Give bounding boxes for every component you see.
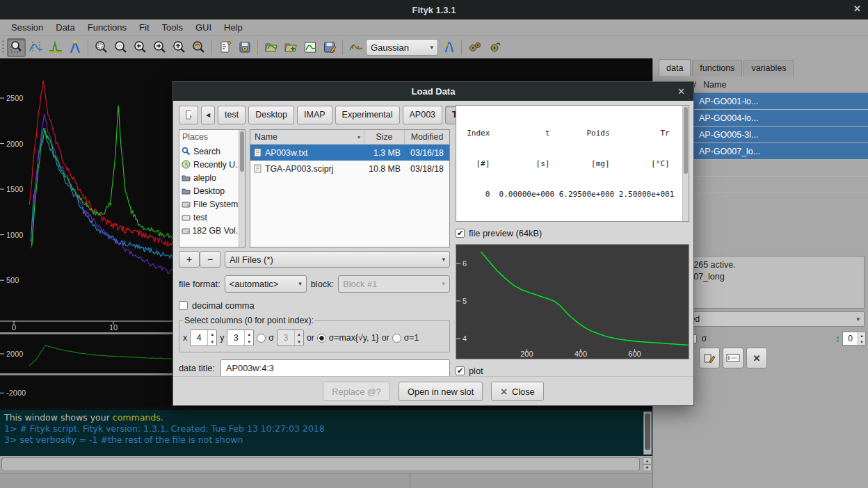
open-in-new-slot-button[interactable]: Open in new slot: [399, 382, 483, 401]
window-close-icon[interactable]: ✕: [853, 3, 861, 14]
file-row[interactable]: TGA-AP003.sciprj 10.8 MB 03/18/18: [250, 161, 449, 177]
continue-fit-icon[interactable]: [485, 38, 504, 57]
svg-text:-2000: -2000: [6, 389, 26, 397]
menu-data[interactable]: Data: [50, 20, 80, 35]
save-script-icon[interactable]: [320, 38, 339, 57]
spin-up-icon[interactable]: ▲: [858, 332, 865, 339]
file-format-combo[interactable]: <automatic>▾: [225, 275, 307, 293]
y-column-spinner[interactable]: 3▲▼: [227, 330, 254, 346]
edit-data-button[interactable]: [699, 348, 720, 368]
load-data-icon[interactable]: [262, 38, 280, 57]
folder-icon: [182, 187, 191, 195]
delete-dataset-button[interactable]: ✕: [746, 348, 767, 368]
menu-fit[interactable]: Fit: [134, 20, 154, 35]
place-recently-used[interactable]: Recently U...: [179, 158, 245, 171]
zoom-vertical-icon[interactable]: [111, 38, 130, 57]
decimal-comma-checkbox[interactable]: ✔: [179, 301, 188, 310]
toolbar: Gaussian ▾: [0, 36, 868, 58]
data-range-mode-button[interactable]: [26, 38, 45, 57]
menu-help[interactable]: Help: [218, 20, 248, 35]
add-peak-mode-button[interactable]: [46, 38, 65, 57]
path-segment-experimental[interactable]: Experimental: [335, 106, 400, 124]
add-point-mode-button[interactable]: [65, 38, 84, 57]
place-volume-182gb[interactable]: 182 GB Vol...: [179, 224, 245, 237]
data-title-label: data title:: [179, 363, 215, 373]
file-row-selected[interactable]: AP003w.txt 1.3 MB 03/16/18: [250, 145, 449, 161]
column-file-size[interactable]: Size: [364, 130, 405, 144]
x-column-label: x: [183, 333, 187, 343]
command-input[interactable]: [1, 457, 640, 471]
places-scrollbar[interactable]: [239, 130, 245, 247]
run-fit-icon[interactable]: [465, 38, 484, 57]
x-column-spinner[interactable]: 4▲▼: [190, 330, 217, 346]
file-filter-combo[interactable]: All Files (*) ▾: [225, 251, 450, 268]
close-button[interactable]: ✕Close: [491, 382, 543, 401]
save-session-icon[interactable]: [235, 38, 254, 57]
console-line: 3> set verbosity = -1 #the rest of the f…: [4, 434, 648, 446]
plot-checkbox[interactable]: ✔: [456, 366, 465, 375]
data-title-input[interactable]: AP003w:4:3: [220, 359, 450, 377]
append-data-icon[interactable]: [281, 38, 300, 57]
column-name[interactable]: Name: [699, 80, 726, 90]
dialog-titlebar: Load Data ✕: [173, 82, 693, 101]
block-label: block:: [311, 279, 334, 289]
path-segment-test[interactable]: test: [218, 106, 246, 124]
spin-down-icon[interactable]: ▼: [858, 339, 865, 345]
sigma-sqrt-radio[interactable]: [317, 334, 326, 343]
spin-down-icon[interactable]: ▼: [643, 464, 652, 471]
sort-arrow-icon: ▾: [357, 134, 360, 140]
close-icon: ✕: [500, 387, 508, 397]
add-place-button[interactable]: +: [179, 251, 200, 268]
spin-up-icon[interactable]: ▲: [643, 457, 652, 464]
zoom-up-icon[interactable]: [170, 38, 188, 57]
sigma-column-radio[interactable]: [257, 334, 266, 343]
tab-data[interactable]: data: [659, 59, 691, 76]
tab-variables[interactable]: variables: [744, 60, 794, 76]
svg-text:500: 500: [6, 276, 19, 284]
menu-gui[interactable]: GUI: [190, 20, 217, 35]
menu-tools[interactable]: Tools: [156, 20, 188, 35]
menu-session[interactable]: Session: [6, 20, 49, 35]
command-history-spinner[interactable]: ▲ ▼: [643, 457, 652, 471]
place-test-volume[interactable]: test: [179, 211, 245, 224]
remove-place-button[interactable]: −: [200, 251, 220, 268]
zoom-right-icon[interactable]: [150, 38, 169, 57]
chevron-down-icon: ▾: [430, 44, 433, 51]
place-file-system[interactable]: File System: [179, 197, 245, 211]
path-segment-imap[interactable]: IMAP: [297, 106, 332, 124]
path-segment-ap003[interactable]: AP003: [403, 106, 443, 124]
column-file-modified[interactable]: Modified: [405, 130, 449, 144]
column-file-name[interactable]: Name▾: [250, 130, 364, 144]
edit-location-button[interactable]: [179, 106, 198, 124]
edit-script-icon[interactable]: [216, 38, 234, 57]
point-size-spinner[interactable]: 0 ▲▼: [842, 332, 866, 345]
function-type-combo[interactable]: Gaussian ▾: [366, 39, 438, 56]
tab-functions[interactable]: functions: [692, 60, 742, 76]
dialog-buttons: Replace @? Open in new slot ✕Close: [173, 376, 693, 401]
zoom-mode-button[interactable]: [7, 38, 26, 57]
zoom-previous-icon[interactable]: [189, 38, 208, 57]
place-search[interactable]: Search: [179, 145, 245, 158]
path-back-button[interactable]: ◀: [201, 106, 215, 124]
place-desktop[interactable]: Desktop: [179, 184, 245, 197]
zoom-left-icon[interactable]: [131, 38, 150, 57]
file-preview-table[interactable]: Index t Poids Tr [#] [s] [mg] [°C] 0 0.0…: [456, 105, 689, 222]
rename-dataset-button[interactable]: [723, 348, 744, 368]
place-home[interactable]: aleplo: [179, 171, 245, 184]
chevron-down-icon: ▾: [298, 280, 302, 287]
menubar: Session Data Functions Fit Tools GUI Hel…: [0, 19, 868, 36]
file-preview-label: file preview (64kB): [469, 228, 542, 238]
export-plot-icon[interactable]: [300, 38, 319, 57]
file-format-label: file format:: [179, 279, 220, 289]
dialog-close-icon[interactable]: ✕: [677, 86, 685, 97]
console-scrollbar[interactable]: [643, 412, 652, 455]
auto-add-peaks-icon[interactable]: [346, 38, 365, 57]
path-segment-desktop[interactable]: Desktop: [248, 106, 294, 124]
define-function-icon[interactable]: [439, 38, 458, 57]
menu-functions[interactable]: Functions: [82, 20, 132, 35]
zoom-all-icon[interactable]: [92, 38, 111, 57]
file-preview-checkbox[interactable]: ✔: [456, 229, 465, 238]
preview-scrollbar[interactable]: [682, 106, 689, 221]
sigma-one-radio[interactable]: [392, 334, 401, 343]
command-console[interactable]: This window shows your commands. 1> # Fi…: [0, 407, 652, 456]
